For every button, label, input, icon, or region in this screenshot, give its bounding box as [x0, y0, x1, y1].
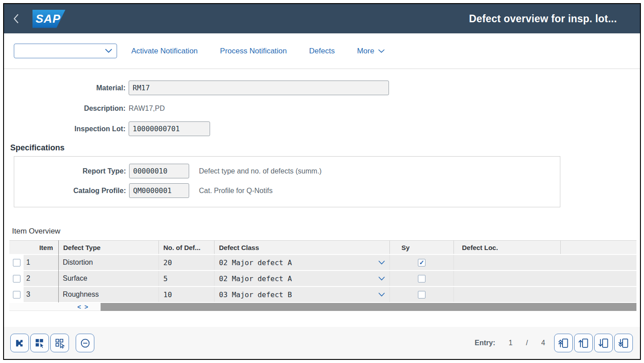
entry-separator: /: [526, 339, 528, 347]
page-up-icon: [578, 338, 589, 349]
scrollbar-track-start: < >: [9, 303, 101, 311]
inspection-lot-input[interactable]: [129, 121, 210, 136]
chevron-down-icon[interactable]: [378, 261, 385, 265]
chevron-down-icon: [105, 49, 112, 53]
scroll-right-icon[interactable]: >: [85, 304, 88, 310]
scrollbar-thumb[interactable]: [101, 303, 636, 311]
filler-cell: [560, 255, 636, 270]
description-label: Description:: [9, 105, 129, 113]
defect-loc-column-header: Defect Loc.: [454, 241, 560, 254]
entry-pager: Entry: 1 / 4: [475, 339, 546, 347]
row-select-checkbox[interactable]: [13, 275, 20, 282]
shell-header: SAP Defect overview for insp. lot...: [4, 4, 640, 33]
entry-nav-buttons: [554, 334, 633, 352]
main-content: Material: Description: RAW17,PD Inspecti…: [4, 69, 640, 327]
scroll-left-icon[interactable]: <: [77, 304, 81, 310]
no-of-defects-cell[interactable]: 5: [158, 271, 214, 286]
chevron-down-icon: [378, 49, 385, 53]
entry-total: 4: [541, 339, 545, 347]
row-select-checkbox[interactable]: [13, 259, 20, 266]
more-label: More: [357, 47, 374, 56]
sy-column-header: Sy: [389, 241, 454, 254]
next-entry-button[interactable]: [594, 334, 613, 352]
table-row: 2 Surface 5 02 Major defect A: [9, 271, 636, 286]
app-window: SAP Defect overview for insp. lot... Act…: [3, 3, 641, 360]
last-entry-button[interactable]: [614, 334, 633, 352]
page-double-up-icon: [558, 338, 569, 349]
catalog-profile-input[interactable]: [129, 183, 189, 198]
page-title: Defect overview for insp. lot...: [469, 13, 617, 25]
table-row: 1 Distortion 20 02 Major defect A: [9, 255, 636, 270]
filler-column-header: [560, 241, 636, 254]
defect-type-cell[interactable]: Surface: [58, 271, 158, 286]
page-double-down-icon: [618, 338, 629, 349]
report-type-input[interactable]: [129, 164, 189, 178]
page-down-icon: [598, 338, 609, 349]
no-of-defects-column-header: No. of Def...: [158, 241, 214, 254]
entry-label: Entry:: [475, 339, 495, 347]
chevron-left-icon: [13, 14, 19, 24]
select-all-icon: [34, 338, 45, 349]
catalog-profile-description: Cat. Profile for Q-Notifs: [199, 187, 272, 195]
first-entry-button[interactable]: [554, 334, 573, 352]
sap-logo-icon: SAP: [32, 10, 65, 28]
item-cell[interactable]: 1: [24, 255, 58, 270]
defect-details-button[interactable]: [10, 334, 29, 352]
sy-checkbox[interactable]: [418, 259, 425, 266]
footer-toolbar: Entry: 1 / 4: [4, 327, 640, 359]
select-column-header: [9, 241, 24, 254]
row-select-checkbox[interactable]: [13, 291, 20, 298]
material-label: Material:: [9, 84, 129, 92]
no-of-defects-cell[interactable]: 20: [158, 255, 214, 270]
item-column-header: Item: [24, 241, 58, 254]
deselect-all-button[interactable]: [50, 334, 69, 352]
item-cell[interactable]: 3: [24, 287, 58, 302]
defect-type-column-header: Defect Type: [58, 241, 158, 254]
table-body: 1 Distortion 20 02 Major defect A 2 Surf…: [9, 255, 636, 302]
material-input[interactable]: [129, 81, 389, 95]
defect-class-cell[interactable]: 02 Major defect A: [214, 271, 389, 286]
chevron-down-icon[interactable]: [378, 277, 385, 281]
specifications-heading: Specifications: [10, 143, 637, 153]
report-type-label: Report Type:: [14, 167, 129, 175]
defect-class-cell[interactable]: 03 Major defect B: [214, 287, 389, 302]
deselect-all-icon: [54, 338, 65, 349]
delete-entry-button[interactable]: [76, 334, 94, 352]
defect-type-cell[interactable]: Distortion: [58, 255, 158, 270]
sy-checkbox[interactable]: [418, 275, 425, 282]
catalog-profile-label: Catalog Profile:: [14, 187, 129, 195]
defect-loc-cell[interactable]: [454, 287, 560, 302]
more-button[interactable]: More: [357, 47, 385, 56]
back-button[interactable]: [13, 10, 26, 28]
screenshot-root: SAP Defect overview for insp. lot... Act…: [0, 0, 644, 363]
minus-circle-icon: [80, 338, 91, 349]
defect-loc-cell[interactable]: [454, 255, 560, 270]
action-toolbar: Activate Notification Process Notificati…: [4, 33, 640, 69]
item-overview-heading: Item Overview: [12, 227, 637, 236]
description-value: RAW17,PD: [129, 105, 165, 113]
filler-cell: [560, 287, 636, 302]
no-of-defects-cell[interactable]: 10: [158, 287, 214, 302]
defect-class-cell[interactable]: 02 Major defect A: [214, 255, 389, 270]
previous-entry-button[interactable]: [574, 334, 593, 352]
defect-class-column-header: Defect Class: [214, 241, 389, 254]
defect-loc-cell[interactable]: [454, 271, 560, 286]
table-row: 3 Roughness 10 03 Major defect B: [9, 287, 636, 302]
activate-notification-button[interactable]: Activate Notification: [131, 47, 198, 56]
chevron-down-icon[interactable]: [378, 293, 385, 297]
specifications-groupbox: Report Type: Defect type and no. of defe…: [14, 156, 560, 207]
defect-type-cell[interactable]: Roughness: [58, 287, 158, 302]
process-notification-button[interactable]: Process Notification: [220, 47, 287, 56]
select-all-button[interactable]: [30, 334, 49, 352]
horizontal-scrollbar: < >: [9, 303, 636, 311]
inspection-lot-label: Inspection Lot:: [9, 125, 129, 133]
item-overview-table: Item Defect Type No. of Def... Defect Cl…: [9, 240, 636, 311]
defects-button[interactable]: Defects: [309, 47, 335, 56]
transaction-select[interactable]: [14, 44, 117, 58]
table-header-row: Item Defect Type No. of Def... Defect Cl…: [9, 240, 636, 255]
sy-checkbox[interactable]: [418, 291, 425, 298]
report-type-description: Defect type and no. of defects (summ.): [199, 167, 322, 175]
item-cell[interactable]: 2: [24, 271, 58, 286]
puzzle-icon: [14, 338, 25, 349]
entry-current: 1: [509, 339, 513, 347]
